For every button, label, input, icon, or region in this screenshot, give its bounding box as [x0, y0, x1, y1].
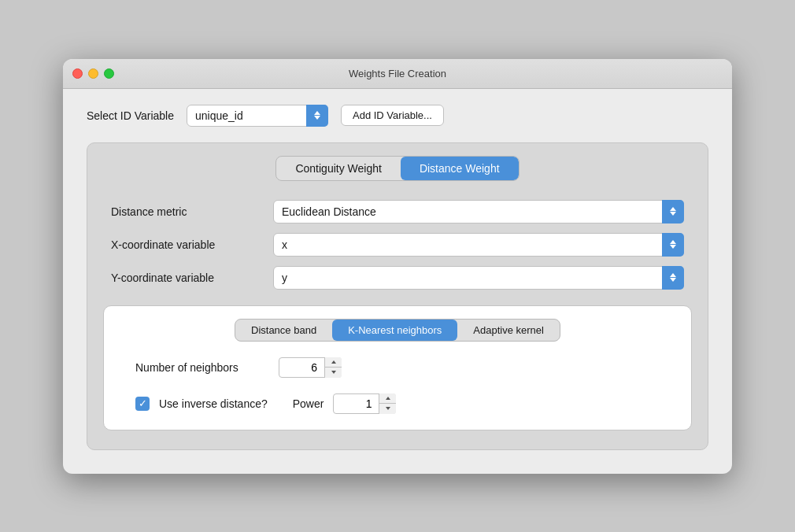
close-button[interactable] — [72, 68, 83, 79]
y-coordinate-select[interactable]: xy — [273, 266, 684, 290]
arrow-up-icon — [670, 207, 676, 211]
x-coordinate-select[interactable]: xy — [273, 233, 684, 257]
outer-tab-panel: Contiguity Weight Distance Weight Distan… — [87, 142, 708, 450]
minimize-button[interactable] — [88, 68, 98, 79]
tab-contiguity-weight[interactable]: Contiguity Weight — [276, 157, 400, 180]
distance-metric-label: Distance metric — [111, 205, 261, 218]
arrow-up-icon — [670, 273, 676, 277]
tab-k-nearest-neighbors[interactable]: K-Nearest neighbors — [332, 320, 457, 341]
y-coordinate-row: Y-coordinate variable xy — [111, 266, 684, 290]
arrow-down-icon — [670, 245, 676, 249]
neighbors-row: Number of neighbors — [135, 357, 660, 378]
y-coordinate-select-wrapper: xy — [273, 266, 684, 290]
tab-distance-weight[interactable]: Distance Weight — [401, 157, 519, 180]
tiny-up-icon — [386, 397, 390, 400]
x-coordinate-select-wrapper: xy — [273, 233, 684, 257]
arrow-up-icon — [314, 111, 320, 115]
distance-metric-arrows[interactable] — [662, 200, 684, 224]
arrow-down-icon — [670, 278, 676, 282]
y-coordinate-label: Y-coordinate variable — [111, 272, 261, 284]
traffic-lights — [72, 68, 114, 79]
tiny-up-icon — [331, 360, 336, 364]
arrow-down-icon — [314, 116, 320, 120]
main-tab-group: Contiguity Weight Distance Weight — [275, 156, 519, 181]
neighbors-down-arrow[interactable] — [325, 368, 342, 378]
title-bar: Weights File Creation — [63, 59, 732, 89]
sub-tab-panel: Distance band K-Nearest neighbors Adapti… — [103, 305, 692, 430]
inverse-distance-label: Use inverse distance? — [159, 397, 268, 410]
tab-distance-band[interactable]: Distance band — [235, 320, 332, 341]
select-id-label: Select ID Variable — [87, 109, 174, 122]
power-up-arrow[interactable] — [379, 393, 396, 405]
maximize-button[interactable] — [104, 68, 114, 79]
distance-metric-row: Distance metric Euclidean DistanceArc Di… — [111, 200, 684, 224]
tiny-down-icon — [386, 407, 390, 410]
distance-metric-select[interactable]: Euclidean DistanceArc Distance — [273, 200, 684, 224]
fields-section: Distance metric Euclidean DistanceArc Di… — [103, 200, 692, 290]
y-coordinate-arrows[interactable] — [662, 266, 684, 290]
main-window: Weights File Creation Select ID Variable… — [63, 59, 732, 474]
power-down-arrow[interactable] — [379, 404, 396, 414]
knn-content: Number of neighbors — [120, 357, 675, 414]
tab-adaptive-kernel[interactable]: Adaptive kernel — [457, 320, 560, 341]
x-coordinate-row: X-coordinate variable xy — [111, 233, 684, 257]
tiny-down-icon — [331, 371, 336, 374]
id-variable-arrows[interactable] — [306, 105, 328, 127]
x-coordinate-label: X-coordinate variable — [111, 238, 261, 251]
main-tabs: Contiguity Weight Distance Weight — [103, 156, 692, 181]
arrow-down-icon — [670, 212, 676, 216]
id-variable-select-wrapper: unique_id — [187, 105, 328, 127]
arrow-up-icon — [670, 240, 676, 244]
x-coordinate-arrows[interactable] — [662, 233, 684, 257]
power-input-wrapper — [333, 393, 396, 414]
inverse-distance-row: ✓ Use inverse distance? Power — [135, 393, 660, 414]
neighbors-input-wrapper — [279, 357, 342, 378]
distance-metric-select-wrapper: Euclidean DistanceArc Distance — [273, 200, 684, 224]
neighbors-label: Number of neighbors — [135, 361, 269, 374]
inverse-distance-checkbox[interactable]: ✓ — [135, 397, 150, 411]
neighbors-up-arrow[interactable] — [325, 357, 342, 368]
sub-tabs: Distance band K-Nearest neighbors Adapti… — [120, 319, 675, 342]
checkmark-icon: ✓ — [139, 398, 147, 408]
sub-tab-group: Distance band K-Nearest neighbors Adapti… — [235, 319, 560, 342]
add-id-button[interactable]: Add ID Variable... — [341, 105, 444, 126]
power-label: Power — [293, 397, 324, 410]
window-content: Select ID Variable unique_id Add ID Vari… — [63, 89, 732, 474]
power-arrows — [379, 393, 396, 414]
window-title: Weights File Creation — [349, 68, 446, 79]
neighbors-arrows — [324, 357, 342, 378]
top-row: Select ID Variable unique_id Add ID Vari… — [87, 105, 708, 127]
